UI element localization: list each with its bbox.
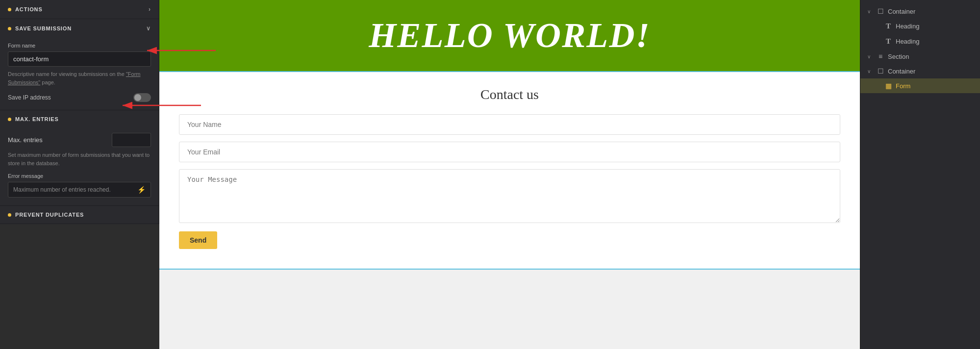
max-entries-section: MAX. ENTRIES Max. entries Set maximum nu… <box>0 110 159 206</box>
message-textarea[interactable] <box>179 169 840 223</box>
error-message-placeholder: Maximum number of entries reached. <box>13 186 111 193</box>
container2-label: Container <box>888 68 973 75</box>
description-text-1: Descriptive name for viewing submissions… <box>8 71 126 77</box>
actions-label: ACTIONS <box>15 6 43 12</box>
contact-title: Contact us <box>179 87 840 102</box>
actions-chevron: › <box>149 6 151 13</box>
prevent-duplicates-label: PREVENT DUPLICATES <box>15 212 84 218</box>
toggle-knob <box>134 94 141 101</box>
save-submission-body: Form name Descriptive name for viewing s… <box>0 38 159 110</box>
tree-item-container2[interactable]: ∨ ☐ Container <box>860 64 980 78</box>
chevron-container1: ∨ <box>867 9 873 14</box>
form-name-label: Form name <box>8 43 151 49</box>
save-ip-row: Save IP address <box>8 93 151 102</box>
actions-dot <box>8 8 11 11</box>
prevent-duplicates-section: PREVENT DUPLICATES <box>0 206 159 224</box>
max-entries-row: Max. entries <box>8 133 151 147</box>
max-entries-field-label: Max. entries <box>8 136 43 144</box>
chevron-container2: ∨ <box>867 69 873 74</box>
form1-label: Form <box>896 82 973 90</box>
name-input[interactable] <box>179 114 840 135</box>
save-ip-toggle[interactable] <box>133 93 151 102</box>
save-submission-label: SAVE SUBMISSION <box>15 25 72 31</box>
hero-title: HELLO WORLD! <box>369 15 651 56</box>
form1-icon: ▦ <box>884 82 893 90</box>
heading2-label: Heading <box>896 38 973 45</box>
max-entries-header[interactable]: MAX. ENTRIES <box>0 110 159 128</box>
prevent-duplicates-header[interactable]: PREVENT DUPLICATES <box>0 206 159 224</box>
container1-icon: ☐ <box>876 7 885 15</box>
right-panel: ∨ ☐ Container T Heading T Heading ∨ ≡ Se… <box>860 0 980 349</box>
max-entries-dot <box>8 118 11 121</box>
form-name-input[interactable] <box>8 51 151 67</box>
chevron-section1: ∨ <box>867 54 873 59</box>
hero-section: HELLO WORLD! <box>159 0 860 71</box>
actions-header[interactable]: ACTIONS › <box>0 0 159 19</box>
email-input[interactable] <box>179 142 840 162</box>
heading1-icon: T <box>884 22 893 30</box>
container2-icon: ☐ <box>876 67 885 75</box>
lightning-icon: ⚡ <box>137 186 146 194</box>
actions-section: ACTIONS › <box>0 0 159 19</box>
heading2-icon: T <box>884 37 893 46</box>
heading1-label: Heading <box>896 23 973 30</box>
form-name-description: Descriptive name for viewing submissions… <box>8 70 151 86</box>
tree-item-heading2[interactable]: T Heading <box>860 34 980 49</box>
tree-item-section1[interactable]: ∨ ≡ Section <box>860 49 980 64</box>
max-entries-input[interactable] <box>112 133 151 147</box>
max-entries-description: Set maximum number of form submissions t… <box>8 151 151 167</box>
prevent-duplicates-dot <box>8 213 11 217</box>
send-button[interactable]: Send <box>179 231 217 249</box>
error-message-label: Error message <box>8 173 151 179</box>
middle-panel: HELLO WORLD! Contact us Send <box>159 0 860 349</box>
tree-item-form1[interactable]: ▦ Form <box>860 78 980 93</box>
save-ip-label: Save IP address <box>8 94 51 101</box>
save-submission-header[interactable]: SAVE SUBMISSION ∨ <box>0 19 159 38</box>
error-message-field: Maximum number of entries reached. ⚡ <box>8 182 151 198</box>
save-submission-dot <box>8 27 11 30</box>
section1-icon: ≡ <box>876 52 885 60</box>
description-text-2: page. <box>40 79 55 85</box>
tree-item-container1[interactable]: ∨ ☐ Container <box>860 4 980 19</box>
save-submission-section: SAVE SUBMISSION ∨ Form name Descriptive … <box>0 19 159 110</box>
tree-item-heading1[interactable]: T Heading <box>860 19 980 34</box>
left-panel: ACTIONS › SAVE SUBMISSION ∨ Form name De… <box>0 0 159 224</box>
container1-label: Container <box>888 8 973 15</box>
save-submission-chevron: ∨ <box>146 25 151 32</box>
section1-label: Section <box>888 53 973 60</box>
max-entries-body: Max. entries Set maximum number of form … <box>0 128 159 205</box>
contact-section: Contact us Send <box>159 71 860 270</box>
max-entries-label: MAX. ENTRIES <box>15 116 59 122</box>
